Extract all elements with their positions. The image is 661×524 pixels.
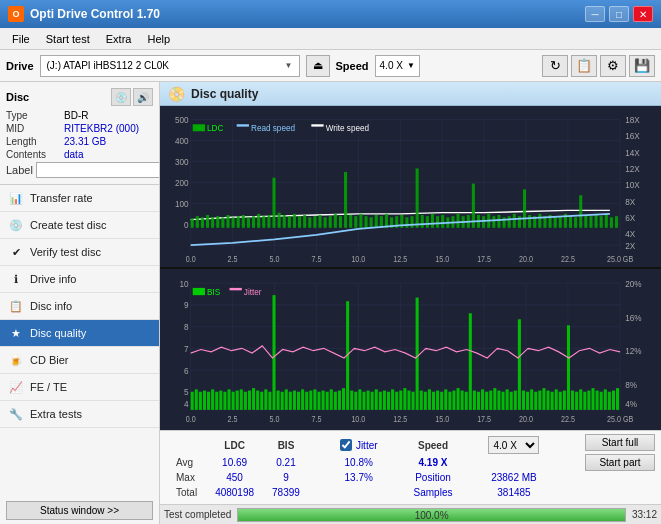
menu-help[interactable]: Help xyxy=(139,31,178,47)
drive-select[interactable]: (J:) ATAPI iHBS112 2 CL0K ▼ xyxy=(40,55,300,77)
svg-rect-255 xyxy=(510,392,513,410)
drive-bar: Drive (J:) ATAPI iHBS112 2 CL0K ▼ ⏏ Spee… xyxy=(0,50,661,82)
svg-rect-263 xyxy=(542,388,545,410)
menu-extra[interactable]: Extra xyxy=(98,31,140,47)
svg-rect-125 xyxy=(600,216,603,228)
svg-rect-278 xyxy=(604,389,607,410)
svg-text:20.0: 20.0 xyxy=(519,254,533,264)
menu-start-test[interactable]: Start test xyxy=(38,31,98,47)
svg-rect-216 xyxy=(350,391,353,410)
close-button[interactable]: ✕ xyxy=(633,6,653,22)
svg-rect-183 xyxy=(215,392,218,410)
sidebar-item-disc-quality-label: Disc quality xyxy=(30,327,86,339)
sidebar-item-drive-info[interactable]: ℹ Drive info xyxy=(0,266,159,293)
avg-jitter: 10.8% xyxy=(332,456,386,469)
svg-text:100: 100 xyxy=(175,198,189,209)
svg-rect-128 xyxy=(615,216,618,228)
svg-text:5: 5 xyxy=(184,387,189,398)
save-button[interactable]: 💾 xyxy=(629,55,655,77)
settings-button[interactable]: ⚙ xyxy=(600,55,626,77)
svg-rect-0 xyxy=(160,108,661,265)
svg-text:400: 400 xyxy=(175,136,189,147)
svg-text:200: 200 xyxy=(175,177,189,188)
svg-rect-113 xyxy=(538,214,541,228)
svg-text:8%: 8% xyxy=(625,380,637,391)
stats-area: LDC BIS Jitter Speed 4.0 X xyxy=(160,430,661,504)
svg-rect-58 xyxy=(257,214,260,228)
jitter-checkbox[interactable] xyxy=(340,439,352,451)
disc-icon-2[interactable]: 🔊 xyxy=(133,88,153,106)
speed-value-display: 4.19 X xyxy=(406,456,461,469)
disc-label-label: Label xyxy=(6,164,33,176)
disc-label-input[interactable] xyxy=(36,162,160,178)
svg-rect-120 xyxy=(574,217,577,227)
svg-rect-214 xyxy=(342,388,345,410)
svg-rect-76 xyxy=(349,215,352,228)
svg-rect-261 xyxy=(534,392,537,410)
svg-rect-267 xyxy=(559,392,562,410)
svg-rect-248 xyxy=(481,389,484,410)
start-full-button[interactable]: Start full xyxy=(585,434,655,451)
sidebar-item-create-test-disc[interactable]: 💿 Create test disc xyxy=(0,212,159,239)
svg-rect-88 xyxy=(411,216,414,228)
sidebar-item-verify-test-disc[interactable]: ✔ Verify test disc xyxy=(0,239,159,266)
verify-test-disc-icon: ✔ xyxy=(8,244,24,260)
minimize-button[interactable]: ─ xyxy=(585,6,605,22)
speed-select[interactable]: 4.0 X ▼ xyxy=(375,55,420,77)
svg-rect-90 xyxy=(421,215,424,228)
menu-file[interactable]: File xyxy=(4,31,38,47)
svg-text:7: 7 xyxy=(184,343,189,354)
svg-rect-55 xyxy=(242,215,245,228)
sidebar-item-verify-test-disc-label: Verify test disc xyxy=(30,246,101,258)
refresh-button[interactable]: ↻ xyxy=(542,55,568,77)
start-part-button[interactable]: Start part xyxy=(585,454,655,471)
disc-icon-1[interactable]: 💿 xyxy=(111,88,131,106)
eject-button[interactable]: ⏏ xyxy=(306,55,330,77)
svg-rect-133 xyxy=(311,124,323,126)
disc-panel-title: Disc xyxy=(6,91,29,103)
svg-rect-129 xyxy=(193,124,205,131)
avg-bis: 0.21 xyxy=(264,456,308,469)
svg-rect-57 xyxy=(252,216,255,228)
drive-info-icon: ℹ xyxy=(8,271,24,287)
status-window-button[interactable]: Status window >> xyxy=(6,501,153,520)
sidebar-item-cd-bier[interactable]: 🍺 CD Bier xyxy=(0,347,159,374)
svg-rect-91 xyxy=(426,216,429,228)
svg-rect-241 xyxy=(452,391,455,410)
menu-bar: File Start test Extra Help xyxy=(0,28,661,50)
svg-text:LDC: LDC xyxy=(207,123,223,134)
svg-rect-192 xyxy=(252,388,255,410)
progress-bar: 100.0% xyxy=(237,508,626,522)
svg-rect-231 xyxy=(412,392,415,410)
disc-type-value: BD-R xyxy=(64,110,88,121)
sidebar-item-fe-te[interactable]: 📈 FE / TE xyxy=(0,374,159,401)
svg-text:2X: 2X xyxy=(625,240,635,251)
sidebar-item-disc-info[interactable]: 📋 Disc info xyxy=(0,293,159,320)
title-bar-left: O Opti Drive Control 1.70 xyxy=(8,6,160,22)
total-label: Total xyxy=(168,486,205,499)
disc-icons: 💿 🔊 xyxy=(111,88,153,106)
svg-rect-191 xyxy=(248,391,251,410)
svg-rect-272 xyxy=(579,389,582,410)
sidebar-item-disc-quality[interactable]: ★ Disc quality xyxy=(0,320,159,347)
svg-rect-124 xyxy=(595,214,598,228)
svg-rect-62 xyxy=(278,213,281,228)
svg-rect-220 xyxy=(367,391,370,410)
svg-rect-260 xyxy=(530,389,533,410)
maximize-button[interactable]: □ xyxy=(609,6,629,22)
sidebar-item-transfer-rate[interactable]: 📊 Transfer rate xyxy=(0,185,159,212)
svg-text:17.5: 17.5 xyxy=(477,254,491,264)
speed-select-dropdown[interactable]: 4.0 X 8.0 X Max X xyxy=(488,436,539,454)
sidebar-item-extra-tests[interactable]: 🔧 Extra tests xyxy=(0,401,159,428)
sidebar-item-transfer-rate-label: Transfer rate xyxy=(30,192,93,204)
svg-text:25.0 GB: 25.0 GB xyxy=(607,254,633,264)
svg-text:7.5: 7.5 xyxy=(311,414,322,424)
svg-rect-194 xyxy=(260,392,263,410)
svg-rect-122 xyxy=(584,215,587,228)
disc-info-icon: 📋 xyxy=(8,298,24,314)
disc-quality-icon: ★ xyxy=(8,325,24,341)
copy-button[interactable]: 📋 xyxy=(571,55,597,77)
svg-text:2.5: 2.5 xyxy=(228,414,239,424)
disc-mid-value: RITEKBR2 (000) xyxy=(64,123,139,134)
svg-rect-237 xyxy=(436,391,439,410)
